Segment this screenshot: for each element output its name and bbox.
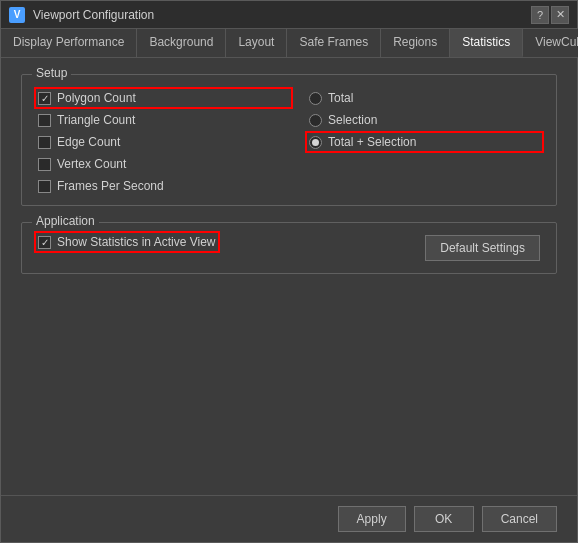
tab-viewcube[interactable]: ViewCube xyxy=(523,29,578,57)
triangle-count-checkbox[interactable] xyxy=(38,114,51,127)
content-area: Setup Polygon Count Triangle Count xyxy=(1,58,577,495)
triangle-count-label: Triangle Count xyxy=(57,113,135,127)
edge-count-checkbox[interactable] xyxy=(38,136,51,149)
radio-selection-label: Selection xyxy=(328,113,377,127)
frames-per-second-row[interactable]: Frames Per Second xyxy=(38,179,289,193)
radio-total-selection-row[interactable]: Total + Selection xyxy=(309,135,540,149)
tab-background[interactable]: Background xyxy=(137,29,226,57)
cancel-button[interactable]: Cancel xyxy=(482,506,557,532)
radios-column: Total Selection Total + Selection xyxy=(289,91,540,193)
tab-bar: Display Performance Background Layout Sa… xyxy=(1,29,577,58)
show-statistics-checkbox[interactable] xyxy=(38,236,51,249)
radio-total-row[interactable]: Total xyxy=(309,91,540,105)
tab-regions[interactable]: Regions xyxy=(381,29,450,57)
application-row: Show Statistics in Active View Default S… xyxy=(38,235,540,261)
setup-group-label: Setup xyxy=(32,66,71,80)
radio-selection-row[interactable]: Selection xyxy=(309,113,540,127)
application-group-label: Application xyxy=(32,214,99,228)
checkboxes-column: Polygon Count Triangle Count Edge Count xyxy=(38,91,289,193)
title-bar: V Viewport Configuration ? ✕ xyxy=(1,1,577,29)
radio-selection[interactable] xyxy=(309,114,322,127)
polygon-count-label: Polygon Count xyxy=(57,91,136,105)
edge-count-label: Edge Count xyxy=(57,135,120,149)
tab-layout[interactable]: Layout xyxy=(226,29,287,57)
frames-per-second-label: Frames Per Second xyxy=(57,179,164,193)
radio-total[interactable] xyxy=(309,92,322,105)
application-group: Application Show Statistics in Active Vi… xyxy=(21,222,557,274)
show-statistics-label: Show Statistics in Active View xyxy=(57,235,216,249)
tab-safe-frames[interactable]: Safe Frames xyxy=(287,29,381,57)
help-button[interactable]: ? xyxy=(531,6,549,24)
vertex-count-checkbox[interactable] xyxy=(38,158,51,171)
frames-per-second-checkbox[interactable] xyxy=(38,180,51,193)
radio-total-label: Total xyxy=(328,91,353,105)
window-controls: ? ✕ xyxy=(531,6,569,24)
tab-statistics[interactable]: Statistics xyxy=(450,29,523,57)
tab-display-performance[interactable]: Display Performance xyxy=(1,29,137,57)
triangle-count-row[interactable]: Triangle Count xyxy=(38,113,289,127)
radio-total-selection[interactable] xyxy=(309,136,322,149)
show-statistics-row[interactable]: Show Statistics in Active View xyxy=(38,235,216,249)
polygon-count-checkbox[interactable] xyxy=(38,92,51,105)
vertex-count-label: Vertex Count xyxy=(57,157,126,171)
edge-count-row[interactable]: Edge Count xyxy=(38,135,289,149)
vertex-count-row[interactable]: Vertex Count xyxy=(38,157,289,171)
ok-button[interactable]: OK xyxy=(414,506,474,532)
viewport-configuration-window: V Viewport Configuration ? ✕ Display Per… xyxy=(0,0,578,543)
setup-group: Setup Polygon Count Triangle Count xyxy=(21,74,557,206)
apply-button[interactable]: Apply xyxy=(338,506,406,532)
default-settings-button[interactable]: Default Settings xyxy=(425,235,540,261)
window-title: Viewport Configuration xyxy=(33,8,523,22)
window-icon: V xyxy=(9,7,25,23)
application-left: Show Statistics in Active View xyxy=(38,235,216,249)
setup-grid: Polygon Count Triangle Count Edge Count xyxy=(38,91,540,193)
radio-total-selection-label: Total + Selection xyxy=(328,135,416,149)
close-button[interactable]: ✕ xyxy=(551,6,569,24)
polygon-count-row[interactable]: Polygon Count xyxy=(38,91,289,105)
footer-bar: Apply OK Cancel xyxy=(1,495,577,542)
